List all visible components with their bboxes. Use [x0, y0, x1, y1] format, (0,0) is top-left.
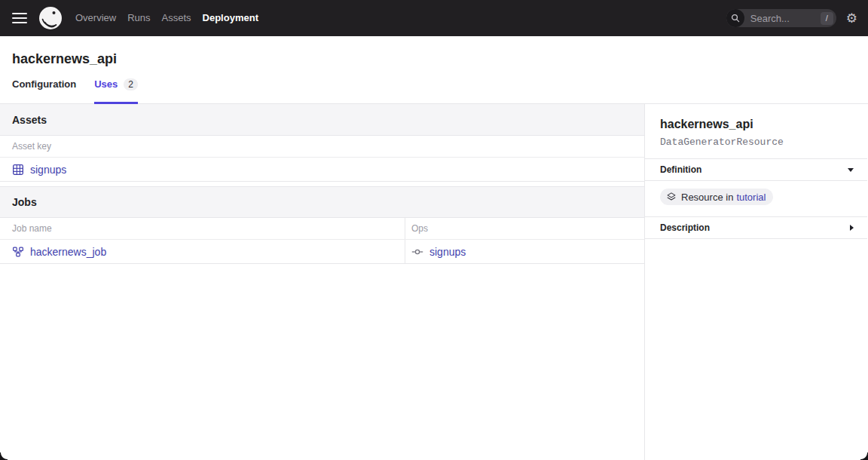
asset-row-signups: signups	[0, 158, 644, 182]
search-icon	[726, 9, 744, 27]
search-shortcut-key: /	[821, 12, 833, 25]
nav-item-deployment[interactable]: Deployment	[203, 0, 258, 36]
window-corner	[860, 452, 868, 460]
nav-item-runs[interactable]: Runs	[127, 0, 150, 36]
job-row-hackernews-job: hackernews_job signups	[0, 240, 644, 264]
nav-item-assets[interactable]: Assets	[162, 0, 191, 36]
nav-item-overview[interactable]: Overview	[75, 0, 116, 36]
tab-bar: Configuration Uses 2	[12, 78, 856, 103]
chevron-down-icon	[848, 168, 854, 172]
uses-content: Assets Asset key signups	[0, 104, 645, 460]
search-bar[interactable]: /	[726, 9, 836, 27]
resource-tag-tutorial-link[interactable]: tutorial	[736, 192, 766, 203]
page-header: hackernews_api Configuration Uses 2	[0, 36, 868, 104]
jobs-section-title: Jobs	[12, 196, 37, 208]
jobs-section-header: Jobs	[0, 186, 644, 218]
assets-section-title: Assets	[12, 114, 47, 126]
tab-configuration[interactable]: Configuration	[12, 78, 76, 103]
definition-section-label: Definition	[660, 164, 701, 175]
top-navigation-bar: Overview Runs Assets Deployment / ⚙	[0, 0, 868, 36]
asset-key-label: signups	[30, 164, 66, 176]
job-name-label: hackernews_job	[30, 246, 106, 258]
resource-tag-chip: Resource in tutorial	[660, 189, 773, 205]
ops-column-header: Ops	[411, 223, 428, 234]
tab-uses-count-badge: 2	[124, 78, 138, 90]
op-icon	[411, 246, 423, 258]
resource-tag-text: Resource in	[681, 192, 733, 203]
resource-side-panel: hackernews_api DataGeneratorResource Def…	[645, 104, 867, 460]
asset-table-icon	[12, 164, 24, 176]
settings-gear-icon[interactable]: ⚙	[846, 12, 857, 25]
job-link-hackernews-job[interactable]: hackernews_job	[12, 246, 106, 258]
jobs-column-header-row: Job name Ops	[0, 218, 644, 240]
asset-link-signups[interactable]: signups	[12, 164, 66, 176]
definition-section-body: Resource in tutorial	[645, 181, 867, 216]
top-nav-links: Overview Runs Assets Deployment	[75, 0, 258, 36]
job-name-column-header: Job name	[12, 223, 52, 234]
chevron-right-icon	[850, 225, 854, 231]
asset-key-column-header: Asset key	[12, 141, 51, 152]
app-window: Overview Runs Assets Deployment / ⚙ hack…	[0, 0, 868, 460]
layers-icon	[666, 192, 677, 202]
assets-column-header-row: Asset key	[0, 136, 644, 158]
dagster-logo-icon[interactable]	[38, 5, 63, 31]
definition-section-toggle[interactable]: Definition	[645, 158, 867, 181]
menu-icon[interactable]	[12, 13, 27, 23]
assets-section-header: Assets	[0, 104, 644, 136]
tab-uses[interactable]: Uses 2	[94, 78, 138, 103]
op-name-label: signups	[429, 246, 466, 258]
description-section-label: Description	[660, 222, 710, 233]
tab-configuration-label: Configuration	[12, 78, 76, 90]
op-link-signups[interactable]: signups	[411, 246, 466, 258]
description-section-toggle[interactable]: Description	[645, 216, 867, 239]
page-title: hackernews_api	[12, 50, 856, 68]
search-input[interactable]	[744, 13, 821, 24]
job-graph-icon	[12, 246, 24, 258]
resource-panel-title: hackernews_api	[660, 117, 852, 132]
window-corner	[0, 452, 8, 460]
resource-type-label: DataGeneratorResource	[660, 136, 852, 148]
tab-uses-label: Uses	[94, 78, 118, 90]
